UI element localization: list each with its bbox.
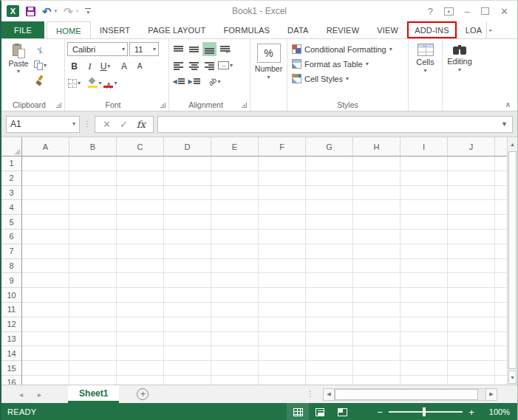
conditional-formatting-button[interactable]: Conditional Formatting ▾ (292, 43, 406, 55)
horizontal-scrollbar-track[interactable] (335, 388, 485, 401)
name-box[interactable]: A1 ▾ (6, 116, 80, 133)
cell-A13[interactable] (22, 332, 69, 347)
cell-partial-4[interactable] (495, 200, 507, 215)
scroll-down-icon[interactable]: ▼ (508, 371, 517, 384)
top-align-button[interactable] (171, 42, 185, 56)
cell-J8[interactable] (448, 259, 495, 274)
increase-indent-button[interactable]: ▶ (187, 75, 201, 89)
cell-F14[interactable] (259, 346, 306, 361)
cell-partial-10[interactable] (495, 288, 507, 303)
cell-partial-12[interactable] (495, 317, 507, 332)
formula-input[interactable]: ▼ (157, 116, 513, 133)
cell-I3[interactable] (401, 186, 448, 201)
cell-F7[interactable] (259, 244, 306, 259)
cell-J15[interactable] (448, 361, 495, 376)
cell-H8[interactable] (353, 259, 401, 274)
cell-C14[interactable] (117, 346, 164, 361)
column-header-D[interactable]: D (164, 137, 211, 156)
cell-B10[interactable] (69, 288, 117, 303)
tab-scrollbar-splitter-icon[interactable]: ⋮ (307, 392, 323, 396)
number-caret-icon[interactable]: ▾ (267, 75, 270, 80)
cell-F13[interactable] (259, 332, 306, 347)
cell-partial-11[interactable] (495, 303, 507, 317)
cell-J9[interactable] (448, 273, 495, 288)
cell-F10[interactable] (259, 288, 306, 303)
cell-G12[interactable] (306, 317, 353, 332)
column-header-B[interactable]: B (69, 137, 117, 156)
cell-I12[interactable] (401, 317, 448, 332)
cell-B11[interactable] (69, 303, 117, 317)
editing-label[interactable]: Editing (447, 57, 472, 66)
cell-partial-8[interactable] (495, 259, 507, 274)
cell-E5[interactable] (211, 215, 259, 230)
name-box-caret-icon[interactable]: ▾ (72, 121, 75, 127)
row-header-11[interactable]: 11 (1, 303, 21, 317)
cell-H5[interactable] (353, 215, 401, 230)
zoom-thumb[interactable] (423, 407, 426, 416)
cell-partial-2[interactable] (495, 171, 507, 186)
cell-E4[interactable] (211, 200, 259, 215)
page-layout-view-button[interactable] (309, 403, 331, 420)
cell-I10[interactable] (401, 288, 448, 303)
cell-C16[interactable] (117, 376, 164, 385)
tab-data[interactable]: DATA (279, 21, 318, 38)
cell-I6[interactable] (401, 230, 448, 244)
cell-J4[interactable] (448, 200, 495, 215)
cell-H15[interactable] (353, 361, 401, 376)
cell-G16[interactable] (306, 376, 353, 385)
cell-B8[interactable] (69, 259, 117, 274)
tab-loa[interactable]: LOA (457, 21, 485, 38)
cell-G3[interactable] (306, 186, 353, 201)
cell-A2[interactable] (22, 171, 69, 186)
cell-F4[interactable] (259, 200, 306, 215)
cells-caret-icon[interactable]: ▾ (423, 68, 426, 74)
cell-D3[interactable] (164, 186, 211, 201)
tab-overflow-icon[interactable]: ▸ (486, 21, 494, 38)
vertical-scrollbar-thumb[interactable] (508, 151, 517, 369)
cell-partial-15[interactable] (495, 361, 507, 376)
cell-D1[interactable] (164, 156, 211, 171)
column-header-G[interactable]: G (306, 137, 353, 156)
tab-home[interactable]: HOME (47, 21, 91, 39)
cell-partial-14[interactable] (495, 346, 507, 361)
minimize-icon[interactable]: – (465, 7, 470, 16)
vertical-scrollbar[interactable]: ▲ ▼ (507, 137, 517, 385)
ribbon-display-options-icon[interactable]: ▴ (444, 7, 454, 16)
cell-B14[interactable] (69, 346, 117, 361)
paste-caret-icon[interactable]: ▾ (17, 69, 20, 75)
row-header-6[interactable]: 6 (1, 230, 21, 244)
cell-D10[interactable] (164, 288, 211, 303)
row-header-1[interactable]: 1 (1, 156, 21, 171)
cell-G13[interactable] (306, 332, 353, 347)
cell-I8[interactable] (401, 259, 448, 274)
borders-button[interactable]: ▾ (67, 76, 81, 90)
cell-C11[interactable] (117, 303, 164, 317)
cell-C12[interactable] (117, 317, 164, 332)
scroll-up-icon[interactable]: ▲ (508, 137, 517, 151)
cell-G14[interactable] (306, 346, 353, 361)
tab-insert[interactable]: INSERT (91, 21, 139, 38)
cell-G15[interactable] (306, 361, 353, 376)
expand-formula-bar-icon[interactable]: ▼ (501, 120, 508, 128)
cell-D8[interactable] (164, 259, 211, 274)
zoom-level[interactable]: 100% (483, 407, 517, 416)
zoom-in-icon[interactable]: + (466, 407, 477, 418)
align-right-button[interactable] (202, 58, 217, 72)
cell-E1[interactable] (211, 156, 259, 171)
cell-J6[interactable] (448, 230, 495, 244)
cell-D13[interactable] (164, 332, 211, 347)
cell-G8[interactable] (306, 259, 353, 274)
enter-icon[interactable]: ✓ (120, 119, 128, 130)
cell-B4[interactable] (69, 200, 117, 215)
cell-J14[interactable] (448, 346, 495, 361)
cell-partial-9[interactable] (495, 273, 507, 288)
cell-I15[interactable] (401, 361, 448, 376)
formula-bar-splitter-icon[interactable]: ⋮ (84, 122, 91, 126)
select-all-button[interactable]: ◢ (1, 137, 22, 156)
cell-E9[interactable] (211, 273, 259, 288)
cell-I1[interactable] (401, 156, 448, 171)
cell-C2[interactable] (117, 171, 164, 186)
row-header-5[interactable]: 5 (1, 215, 21, 230)
font-name-caret-icon[interactable]: ▾ (119, 47, 125, 52)
cell-H10[interactable] (353, 288, 401, 303)
